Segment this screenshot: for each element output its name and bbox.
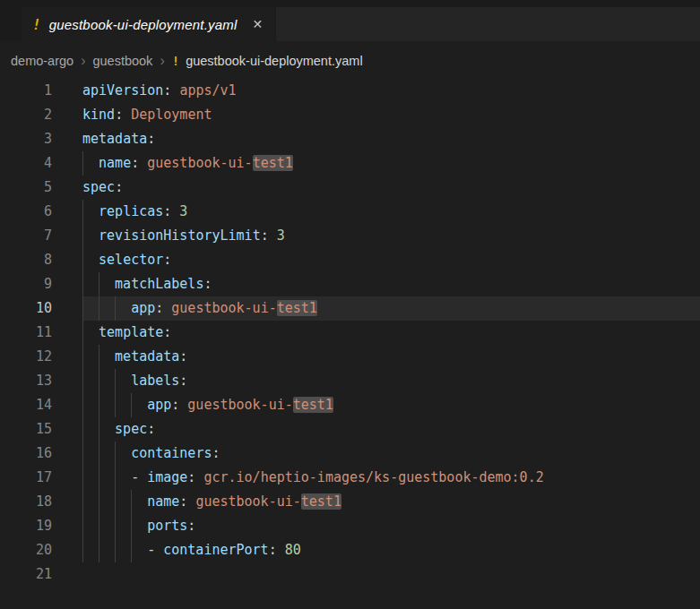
code-token: : bbox=[187, 469, 203, 485]
code-line[interactable]: 3metadata: bbox=[0, 127, 700, 151]
code-line[interactable]: 16containers: bbox=[0, 442, 700, 466]
indent-guide-icon bbox=[99, 393, 115, 417]
breadcrumb-item-guestbook[interactable]: guestbook bbox=[92, 54, 152, 68]
indent-guide-icon bbox=[99, 514, 115, 538]
indent-guide-icon bbox=[115, 538, 131, 562]
code-text: metadata: bbox=[82, 127, 700, 151]
code-token: revisionHistoryLimit bbox=[99, 227, 261, 244]
code-line[interactable]: 1apiVersion: apps/v1 bbox=[0, 79, 700, 103]
tab-guestbook-ui-deployment[interactable]: ! guestbook-ui-deployment.yaml ✕ bbox=[22, 7, 276, 41]
breadcrumb-item-file[interactable]: guestbook-ui-deployment.yaml bbox=[186, 54, 362, 68]
code-token: guestbook-ui- bbox=[147, 155, 252, 171]
code-line[interactable]: 5spec: bbox=[0, 176, 700, 200]
indent-guide-icon bbox=[115, 466, 131, 490]
code-line[interactable]: 12metadata: bbox=[0, 345, 700, 369]
code-line[interactable]: 9matchLabels: bbox=[0, 272, 700, 296]
code-text: labels: bbox=[82, 369, 700, 393]
indent-guide-icon bbox=[99, 417, 115, 442]
code-token: name bbox=[99, 155, 131, 171]
line-number: 18 bbox=[0, 490, 82, 514]
code-text: spec: bbox=[82, 176, 700, 200]
chevron-right-icon: › bbox=[80, 54, 86, 68]
code-line[interactable]: 15spec: bbox=[0, 417, 700, 442]
indent-guide-icon bbox=[131, 490, 147, 514]
code-token: : bbox=[171, 397, 187, 413]
line-number: 19 bbox=[0, 514, 82, 538]
code-line[interactable]: 11template: bbox=[0, 321, 700, 345]
code-line[interactable]: 6replicas: 3 bbox=[0, 200, 700, 224]
code-text: revisionHistoryLimit: 3 bbox=[82, 224, 700, 248]
code-token: : bbox=[115, 107, 131, 123]
code-token: spec bbox=[115, 421, 147, 437]
indent-guide-icon bbox=[115, 490, 131, 514]
code-token: : bbox=[163, 252, 171, 268]
code-token: : bbox=[212, 445, 220, 461]
breadcrumb-item-demo-argo[interactable]: demo-argo bbox=[11, 54, 73, 68]
code-text: kind: Deployment bbox=[82, 103, 700, 127]
code-token: selector bbox=[99, 252, 163, 268]
code-line[interactable]: 14app: guestbook-ui-test1 bbox=[0, 393, 700, 417]
chevron-right-icon: › bbox=[159, 54, 165, 68]
code-line[interactable]: 10app: guestbook-ui-test1 bbox=[0, 296, 700, 321]
indent-guide-icon bbox=[99, 538, 115, 562]
code-token: : bbox=[147, 131, 155, 147]
code-line[interactable]: 20- containerPort: 80 bbox=[0, 538, 700, 562]
line-number: 15 bbox=[0, 417, 82, 442]
code-text: apiVersion: apps/v1 bbox=[82, 79, 700, 103]
line-number: 6 bbox=[0, 200, 82, 224]
code-text bbox=[82, 562, 700, 587]
indent-guide-icon bbox=[82, 151, 99, 176]
indent-guide-icon bbox=[99, 369, 115, 393]
code-line[interactable]: 13labels: bbox=[0, 369, 700, 393]
code-line[interactable]: 7revisionHistoryLimit: 3 bbox=[0, 224, 700, 248]
line-number: 14 bbox=[0, 393, 82, 417]
code-token: metadata bbox=[115, 348, 179, 365]
code-line[interactable]: 8selector: bbox=[0, 248, 700, 272]
tab-close-icon[interactable]: ✕ bbox=[253, 17, 264, 31]
code-token: : bbox=[115, 179, 123, 195]
indent-guide-icon bbox=[82, 248, 99, 272]
code-line[interactable]: 17- image: gcr.io/heptio-images/ks-guest… bbox=[0, 466, 700, 490]
tab-bar-spacer bbox=[0, 7, 22, 41]
code-text: template: bbox=[82, 321, 700, 345]
indent-guide-icon bbox=[99, 442, 115, 466]
code-token: 3 bbox=[179, 203, 187, 219]
line-number: 4 bbox=[0, 151, 82, 176]
code-line[interactable]: 4name: guestbook-ui-test1 bbox=[0, 151, 700, 176]
code-token: apiVersion bbox=[82, 82, 163, 99]
code-token: labels bbox=[131, 373, 179, 389]
indent-guide-icon bbox=[99, 296, 115, 321]
code-text: spec: bbox=[82, 417, 700, 442]
code-text: containers: bbox=[82, 442, 700, 466]
line-number: 7 bbox=[0, 224, 82, 248]
code-token: spec bbox=[82, 179, 115, 195]
line-number: 5 bbox=[0, 176, 82, 200]
code-token: : bbox=[269, 542, 285, 558]
code-token: : bbox=[147, 421, 155, 437]
code-line[interactable]: 21 bbox=[0, 562, 700, 587]
indent-guide-icon bbox=[99, 490, 115, 514]
indent-guide-icon bbox=[99, 272, 115, 296]
highlighted-word: test1 bbox=[253, 155, 293, 171]
code-text: matchLabels: bbox=[82, 272, 700, 296]
code-line[interactable]: 2kind: Deployment bbox=[0, 103, 700, 127]
highlighted-word: test1 bbox=[277, 300, 317, 316]
line-number: 1 bbox=[0, 79, 82, 103]
code-token: : bbox=[179, 348, 187, 365]
code-text: replicas: 3 bbox=[82, 200, 700, 224]
indent-guide-icon bbox=[131, 538, 147, 562]
code-token: replicas bbox=[99, 203, 163, 219]
highlighted-word: test1 bbox=[293, 397, 333, 413]
code-token: guestbook-ui- bbox=[171, 300, 276, 316]
code-line[interactable]: 19ports: bbox=[0, 514, 700, 538]
code-line[interactable]: 18name: guestbook-ui-test1 bbox=[0, 490, 700, 514]
code-token: : bbox=[261, 227, 277, 244]
indent-guide-icon bbox=[82, 321, 99, 345]
code-token: ports bbox=[147, 518, 187, 534]
code-text: selector: bbox=[82, 248, 700, 272]
indent-guide-icon bbox=[82, 200, 99, 224]
line-number: 12 bbox=[0, 345, 82, 369]
editor[interactable]: 1apiVersion: apps/v12kind: Deployment3me… bbox=[0, 79, 700, 587]
tab-bar: ! guestbook-ui-deployment.yaml ✕ bbox=[0, 7, 700, 41]
code-token: - bbox=[131, 469, 147, 485]
